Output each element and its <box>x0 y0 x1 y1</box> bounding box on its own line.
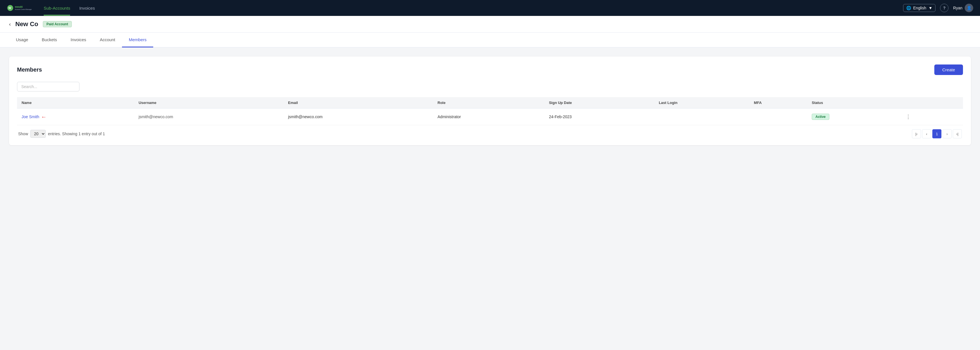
section-header: Members Create <box>17 64 963 75</box>
last-page-button[interactable]: ›| <box>953 129 962 138</box>
paid-account-badge: Paid Account <box>43 21 72 27</box>
help-button[interactable]: ? <box>940 4 948 12</box>
create-button[interactable]: Create <box>934 64 963 75</box>
cell-signup-date: 24-Feb-2023 <box>544 109 654 125</box>
prev-page-button[interactable]: ‹ <box>922 129 931 138</box>
current-page-button[interactable]: 1 <box>932 129 942 138</box>
first-page-button[interactable]: |‹ <box>912 129 921 138</box>
col-email: Email <box>283 97 433 109</box>
globe-icon: 🌐 <box>906 6 911 10</box>
col-mfa: MFA <box>749 97 807 109</box>
show-label: Show <box>18 131 28 136</box>
col-name: Name <box>17 97 134 109</box>
user-name-label: Ryan <box>953 6 963 10</box>
col-status: Status <box>807 97 899 109</box>
cell-status: Active <box>807 109 899 125</box>
table-body: Joe Smith ← jsmith@newco.com jsmith@newc… <box>17 109 963 125</box>
table-row: Joe Smith ← jsmith@newco.com jsmith@newc… <box>17 109 963 125</box>
chevron-down-icon: ▼ <box>928 6 932 10</box>
tab-account[interactable]: Account <box>93 33 122 48</box>
col-username: Username <box>134 97 283 109</box>
members-table: Name Username Email Role Sign Up Date La… <box>17 97 963 125</box>
cell-mfa <box>749 109 807 125</box>
member-name-link[interactable]: Joe Smith <box>22 115 39 119</box>
tab-buckets[interactable]: Buckets <box>35 33 64 48</box>
nav-invoices[interactable]: Invoices <box>79 0 95 16</box>
col-signup-date: Sign Up Date <box>544 97 654 109</box>
svg-text:wasabi: wasabi <box>15 6 23 8</box>
section-title: Members <box>17 67 42 73</box>
next-page-button[interactable]: › <box>943 129 951 138</box>
tabs-bar: Usage Buckets Invoices Account Members <box>0 33 980 48</box>
wasabi-logo-svg: W wasabi Account Control Manager <box>7 3 32 13</box>
search-input[interactable] <box>17 82 80 91</box>
red-arrow-indicator: ← <box>41 113 46 120</box>
entries-text: entries. Showing 1 entry out of 1 <box>48 131 105 136</box>
cell-role: Administrator <box>433 109 544 125</box>
entries-select[interactable]: 20 <box>30 130 46 138</box>
cell-more: ⋮ <box>899 109 963 125</box>
table-footer: Show 20 entries. Showing 1 entry out of … <box>17 125 963 139</box>
col-last-login: Last Login <box>654 97 749 109</box>
status-badge: Active <box>812 113 829 120</box>
brand: W wasabi Account Control Manager <box>7 3 32 13</box>
tab-invoices[interactable]: Invoices <box>64 33 93 48</box>
cell-email: jsmith@newco.com <box>283 109 433 125</box>
cell-username: jsmith@newco.com <box>134 109 283 125</box>
svg-text:W: W <box>8 6 11 10</box>
language-label: English <box>913 6 926 10</box>
avatar-icon: 👤 <box>967 6 972 10</box>
navbar: W wasabi Account Control Manager Sub-Acc… <box>0 0 980 16</box>
col-role: Role <box>433 97 544 109</box>
pagination: |‹ ‹ 1 › ›| <box>912 129 962 138</box>
page-header: ‹ New Co Paid Account <box>0 16 980 33</box>
question-mark-icon: ? <box>943 6 946 10</box>
table-header: Name Username Email Role Sign Up Date La… <box>17 97 963 109</box>
nav-links: Sub-Accounts Invoices <box>44 0 903 16</box>
tab-usage[interactable]: Usage <box>9 33 35 48</box>
cell-last-login <box>654 109 749 125</box>
name-with-arrow: Joe Smith ← <box>22 113 46 120</box>
tab-members[interactable]: Members <box>122 33 153 48</box>
navbar-right: 🌐 English ▼ ? Ryan 👤 <box>903 4 973 12</box>
avatar: 👤 <box>965 4 973 12</box>
members-card: Members Create Name Username Email Role … <box>9 56 971 145</box>
show-entries: Show 20 entries. Showing 1 entry out of … <box>18 130 105 138</box>
svg-text:Account Control Manager: Account Control Manager <box>15 8 32 10</box>
cell-name: Joe Smith ← <box>17 109 134 125</box>
main-content: Members Create Name Username Email Role … <box>0 48 980 154</box>
language-selector[interactable]: 🌐 English ▼ <box>903 4 936 12</box>
page-title: New Co <box>15 21 38 28</box>
nav-sub-accounts[interactable]: Sub-Accounts <box>44 0 70 16</box>
back-button[interactable]: ‹ <box>9 21 11 27</box>
user-menu[interactable]: Ryan 👤 <box>953 4 973 12</box>
col-actions <box>899 97 963 109</box>
more-options-button[interactable]: ⋮ <box>904 112 913 121</box>
